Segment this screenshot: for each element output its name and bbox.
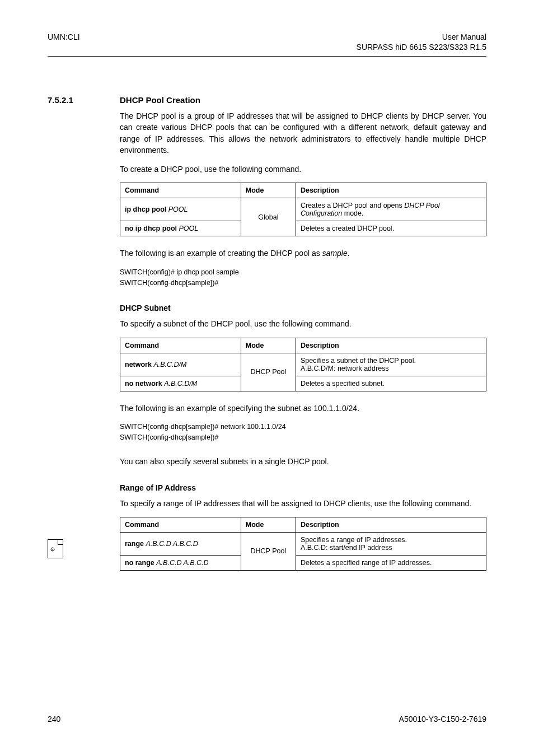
- cmd-plain: range: [125, 540, 146, 548]
- desc-cell: Specifies a subnet of the DHCP pool. A.B…: [296, 353, 486, 376]
- th-description: Description: [296, 183, 486, 198]
- example2-intro: The following is an example of specifyin…: [120, 403, 486, 414]
- footer-doc-id: A50010-Y3-C150-2-7619: [399, 715, 486, 724]
- desc-cell: Deletes a specified subnet.: [296, 376, 486, 391]
- info-icon: [50, 546, 62, 553]
- table-create-pool: Command Mode Description ip dhcp pool PO…: [120, 183, 486, 236]
- cmd-italic: A.B.C.D/M: [153, 361, 186, 368]
- table-header-row: Command Mode Description: [120, 183, 486, 198]
- table-range: Command Mode Description range A.B.C.D A…: [120, 517, 486, 571]
- table-row: no network A.B.C.D/M Deletes a specified…: [120, 376, 486, 391]
- header-right-line2: SURPASS hiD 6615 S223/S323 R1.5: [357, 43, 486, 52]
- cmd-italic: A.B.C.D A.B.C.D: [156, 559, 208, 567]
- example1-line1: SWITCH(config)# ip dhcp pool sample: [120, 268, 239, 276]
- cmd-plain: network: [125, 361, 153, 368]
- cmd-plain: no network: [125, 380, 164, 388]
- note-text: You can also specify several subnets in …: [120, 456, 486, 467]
- table-subnet: Command Mode Description network A.B.C.D…: [120, 338, 486, 391]
- cmd-italic: POOL: [179, 225, 199, 232]
- subnet-intro: To specify a subnet of the DHCP pool, us…: [120, 318, 486, 329]
- cmd-plain: no range: [125, 559, 156, 567]
- desc-text-post: mode.: [342, 209, 363, 217]
- th-mode: Mode: [241, 517, 296, 532]
- desc-cell: Creates a DHCP pool and opens DHCP Pool …: [296, 198, 486, 221]
- intro-paragraph: The DHCP pool is a group of IP addresses…: [120, 110, 486, 156]
- cmd-italic: POOL: [168, 206, 188, 213]
- desc-line2: A.B.C.D/M: network address: [301, 365, 389, 372]
- example1-line2: SWITCH(config-dhcp[sample])#: [120, 279, 218, 287]
- th-command: Command: [120, 183, 241, 198]
- example1-intro-post: .: [348, 249, 350, 258]
- example1-block: SWITCH(config)# ip dhcp pool sample SWIT…: [120, 267, 486, 288]
- table-header-row: Command Mode Description: [120, 517, 486, 532]
- table-row: no ip dhcp pool POOL Deletes a created D…: [120, 221, 486, 236]
- cmd-plain: no ip dhcp pool: [125, 225, 179, 232]
- cmd-italic: A.B.C.D A.B.C.D: [146, 540, 198, 548]
- table-row: range A.B.C.D A.B.C.D DHCP Pool Specifie…: [120, 532, 486, 555]
- desc-line2: A.B.C.D: start/end IP address: [301, 544, 392, 552]
- table-row: ip dhcp pool POOL Global Creates a DHCP …: [120, 198, 486, 221]
- table-row: no range A.B.C.D A.B.C.D Deletes a speci…: [120, 555, 486, 570]
- content-column: DHCP Pool Creation The DHCP pool is a gr…: [120, 95, 486, 582]
- example1-intro: The following is an example of creating …: [120, 248, 486, 259]
- cmd-plain: ip dhcp pool: [125, 206, 168, 213]
- example2-line1: SWITCH(config-dhcp[sample])# network 100…: [120, 423, 286, 431]
- table-header-row: Command Mode Description: [120, 338, 486, 353]
- range-intro: To specify a range of IP addresses that …: [120, 498, 486, 509]
- footer-page-number: 240: [48, 715, 60, 724]
- desc-cell: Deletes a created DHCP pool.: [296, 221, 486, 236]
- section-number: 7.5.2.1: [48, 95, 73, 105]
- desc-line1: Specifies a range of IP addresses.: [301, 536, 407, 544]
- note-icon-fold: [58, 540, 63, 545]
- example1-intro-italic: sample: [322, 249, 348, 258]
- range-subtitle: Range of IP Address: [120, 483, 486, 492]
- note-icon: [48, 539, 63, 558]
- create-pool-intro: To create a DHCP pool, use the following…: [120, 164, 486, 175]
- th-description: Description: [296, 338, 486, 353]
- example1-intro-pre: The following is an example of creating …: [120, 249, 322, 258]
- table-row: network A.B.C.D/M DHCP Pool Specifies a …: [120, 353, 486, 376]
- mode-cell: Global: [241, 198, 296, 236]
- header-divider: [48, 56, 486, 57]
- desc-text-pre: Creates a DHCP pool and opens: [301, 202, 404, 209]
- cmd-cell: network A.B.C.D/M: [120, 353, 241, 376]
- section-title: DHCP Pool Creation: [120, 95, 486, 105]
- page-header: UMN:CLI User Manual SURPASS hiD 6615 S22…: [48, 32, 486, 52]
- desc-cell: Specifies a range of IP addresses. A.B.C…: [296, 532, 486, 555]
- th-mode: Mode: [241, 338, 296, 353]
- header-right: User Manual SURPASS hiD 6615 S223/S323 R…: [357, 32, 486, 52]
- example2-line2: SWITCH(config-dhcp[sample])#: [120, 433, 218, 441]
- th-description: Description: [296, 517, 486, 532]
- subnet-subtitle: DHCP Subnet: [120, 304, 486, 312]
- cmd-cell: no range A.B.C.D A.B.C.D: [120, 555, 241, 570]
- mode-cell: DHCP Pool: [241, 353, 296, 391]
- cmd-cell: no network A.B.C.D/M: [120, 376, 241, 391]
- header-left: UMN:CLI: [48, 32, 80, 52]
- cmd-cell: no ip dhcp pool POOL: [120, 221, 241, 236]
- desc-line1: Specifies a subnet of the DHCP pool.: [301, 357, 416, 365]
- desc-cell: Deletes a specified range of IP addresse…: [296, 555, 486, 570]
- header-right-line1: User Manual: [357, 32, 486, 41]
- th-command: Command: [120, 517, 241, 532]
- example2-block: SWITCH(config-dhcp[sample])# network 100…: [120, 422, 486, 443]
- th-mode: Mode: [241, 183, 296, 198]
- cmd-cell: ip dhcp pool POOL: [120, 198, 241, 221]
- cmd-italic: A.B.C.D/M: [164, 380, 197, 388]
- cmd-cell: range A.B.C.D A.B.C.D: [120, 532, 241, 555]
- mode-cell: DHCP Pool: [241, 532, 296, 570]
- th-command: Command: [120, 338, 241, 353]
